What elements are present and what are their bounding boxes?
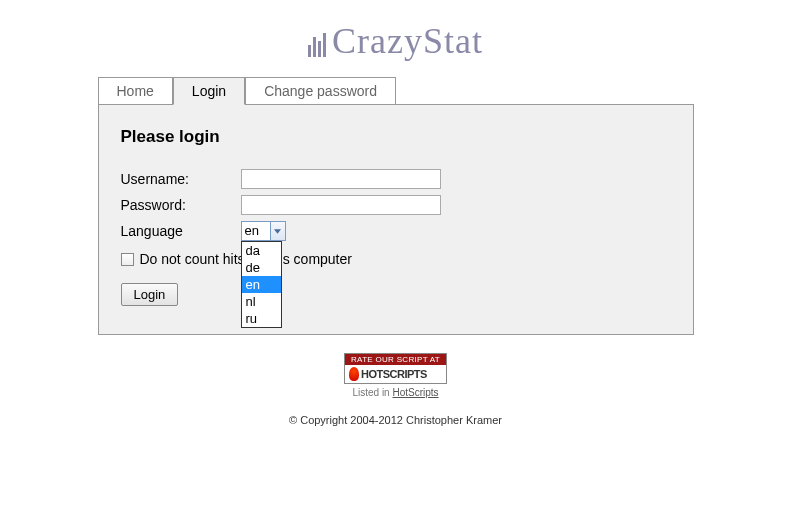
flame-icon [349, 367, 359, 381]
language-dropdown[interactable]: da de en nl ru [241, 241, 282, 328]
language-selected[interactable]: en [241, 221, 271, 241]
no-count-checkbox[interactable] [121, 253, 134, 266]
logo: CrazyStat [0, 0, 791, 77]
language-select[interactable]: en [241, 221, 286, 241]
tab-change-password[interactable]: Change password [245, 77, 396, 105]
password-label: Password: [121, 197, 241, 213]
footer: RATE OUR SCRIPT AT HOTSCRIPTS Listed in … [98, 353, 694, 426]
username-input[interactable] [241, 169, 441, 189]
rate-label: RATE OUR SCRIPT AT [345, 354, 446, 365]
hotscripts-link[interactable]: HotScripts [392, 387, 438, 398]
language-label: Language [121, 223, 241, 239]
hotscripts-brand: HOTSCRIPTS [361, 368, 427, 380]
copyright: © Copyright 2004-2012 Christopher Kramer [98, 414, 694, 426]
hotscripts-badge[interactable]: RATE OUR SCRIPT AT HOTSCRIPTS [344, 353, 447, 384]
lang-option-da[interactable]: da [242, 242, 281, 259]
lang-option-ru[interactable]: ru [242, 310, 281, 327]
lang-option-en[interactable]: en [242, 276, 281, 293]
username-label: Username: [121, 171, 241, 187]
bars-icon [308, 33, 328, 57]
tabs-bar: Home Login Change password [98, 77, 694, 105]
listed-prefix: Listed in [352, 387, 392, 398]
chevron-down-icon [274, 229, 281, 234]
panel-heading: Please login [121, 127, 671, 147]
dropdown-button[interactable] [270, 221, 286, 241]
lang-option-nl[interactable]: nl [242, 293, 281, 310]
password-input[interactable] [241, 195, 441, 215]
lang-option-de[interactable]: de [242, 259, 281, 276]
logo-text: CrazyStat [332, 21, 483, 61]
tab-login[interactable]: Login [173, 77, 245, 105]
login-button[interactable]: Login [121, 283, 179, 306]
tab-home[interactable]: Home [98, 77, 173, 105]
login-panel: Please login Username: Password: Languag… [98, 104, 694, 335]
